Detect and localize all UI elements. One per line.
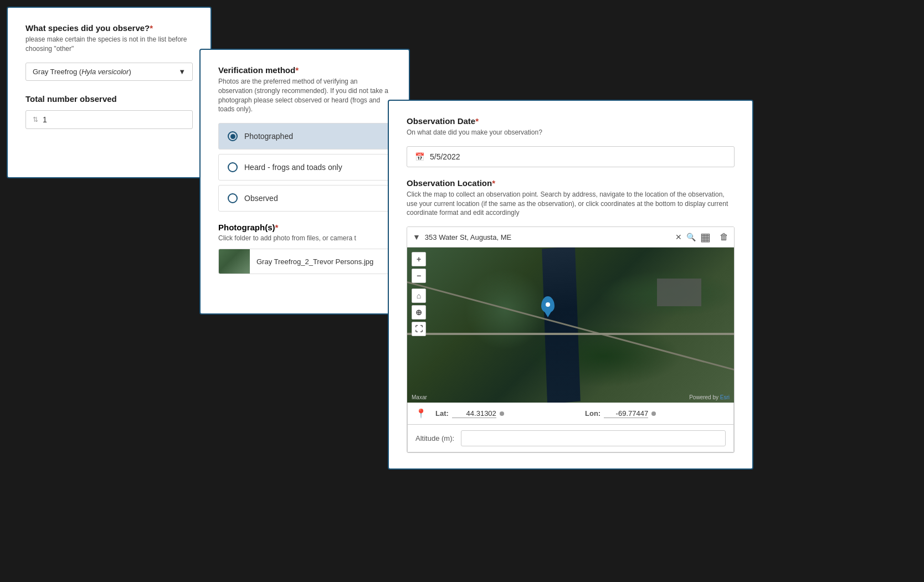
date-title: Observation Date* [407,116,735,126]
trash-icon[interactable]: 🗑 [720,232,728,241]
location-required: * [492,178,495,188]
date-value: 5/5/2022 [430,152,460,161]
total-number-value: 1 [43,115,47,124]
location-pin-icon: 📍 [415,408,427,419]
lon-group: Lon: [585,409,726,418]
card-species: What species did you observe?* please ma… [7,7,212,178]
coordinates-row: 📍 Lat: Lon: [407,403,734,425]
map-close-icon[interactable]: ✕ [675,233,682,241]
calendar-icon: 📅 [415,152,424,161]
fullscreen-button[interactable]: ⛶ [412,322,426,336]
zoom-out-button[interactable]: − [412,269,426,283]
map-satellite: + − ⌂ ⊕ ⛶ Maxar Powered by Esri [407,248,734,403]
card-verification: Verification method* Photos are the pref… [199,49,410,315]
number-arrows-icon: ⇅ [33,116,38,123]
lon-slider[interactable] [651,411,656,416]
pin-body [541,296,555,313]
map-attribution: Maxar [412,394,427,400]
dropdown-arrow-icon: ▼ [178,68,186,76]
zoom-in-button[interactable]: + [412,252,426,266]
photo-filename: Gray Treefrog_2_Trevor Persons.jpg [250,253,380,270]
map-search-input[interactable] [425,233,671,241]
lat-group: Lat: [435,409,576,418]
qr-icon[interactable]: ▦ [700,230,711,244]
date-input[interactable]: 📅 5/5/2022 [407,146,735,167]
photo-thumb-image [219,249,250,274]
radio-heard-label: Heard - frogs and toads only [244,163,342,172]
date-title-text: Observation Date [407,116,475,126]
sat-river [542,248,581,403]
species-desc: please make certain the species is not i… [25,35,193,54]
map-search-icon[interactable]: 🔍 [686,233,696,241]
date-required: * [475,116,479,126]
map-dropdown-icon[interactable]: ▼ [413,233,420,241]
species-title: What species did you observe?* [25,23,193,33]
map-area[interactable]: + − ⌂ ⊕ ⛶ Maxar Powered by Esri [407,248,734,403]
species-required: * [150,23,153,33]
crosshair-button[interactable]: ⊕ [412,305,426,320]
sat-buildings [657,279,701,306]
map-container: ▼ ✕ 🔍 ▦ 🗑 [407,226,735,453]
altitude-row: Altitude (m): [407,425,734,452]
photos-required: * [275,223,279,232]
verification-desc: Photos are the preferred method of verif… [218,77,391,114]
verification-required: * [295,65,299,75]
lat-input[interactable] [452,409,496,418]
radio-photographed-label: Photographed [244,132,293,141]
photo-item: Gray Treefrog_2_Trevor Persons.jpg [218,249,391,274]
map-pin [541,296,555,313]
radio-observed[interactable]: Observed [218,185,391,212]
verification-title: Verification method* [218,65,391,75]
altitude-label: Altitude (m): [415,434,454,442]
radio-photographed-circle [228,131,238,141]
species-dropdown[interactable]: Gray Treefrog (Hyla versicolor) ▼ [25,63,193,81]
altitude-input[interactable] [461,430,726,446]
radio-heard-circle [228,162,238,172]
species-title-text: What species did you observe? [25,23,150,33]
radio-photographed[interactable]: Photographed [218,123,391,150]
lon-label: Lon: [585,409,600,418]
pin-dot [546,302,550,307]
total-number-input[interactable]: ⇅ 1 [25,110,193,129]
species-value: Gray Treefrog (Hyla versicolor) [33,68,131,76]
lat-slider[interactable] [500,411,504,416]
lon-input[interactable] [604,409,648,418]
powered-by-text: Powered by [689,394,718,400]
map-powered: Powered by Esri [689,394,730,400]
location-title-text: Observation Location [407,178,492,188]
date-desc: On what date did you make your observati… [407,128,735,137]
map-controls-left: + − ⌂ ⊕ ⛶ [412,252,426,336]
radio-heard[interactable]: Heard - frogs and toads only [218,154,391,181]
sat-road-horizontal [407,333,734,335]
total-observed-label: Total number observed [25,94,193,104]
radio-observed-label: Observed [244,194,278,203]
esri-link[interactable]: Esri [720,394,730,400]
verification-title-text: Verification method [218,65,295,75]
map-search-bar: ▼ ✕ 🔍 ▦ 🗑 [407,227,734,248]
card-observation: Observation Date* On what date did you m… [388,100,753,470]
photos-desc: Click folder to add photo from files, or… [218,234,391,242]
photos-title-text: Photograph(s) [218,223,275,232]
photos-title: Photograph(s)* [218,223,391,232]
lat-label: Lat: [435,409,449,418]
location-desc: Click the map to collect an observation … [407,190,735,218]
home-button[interactable]: ⌂ [412,289,426,303]
photo-thumbnail [219,249,250,274]
radio-observed-circle [228,193,238,203]
location-title: Observation Location* [407,178,735,188]
